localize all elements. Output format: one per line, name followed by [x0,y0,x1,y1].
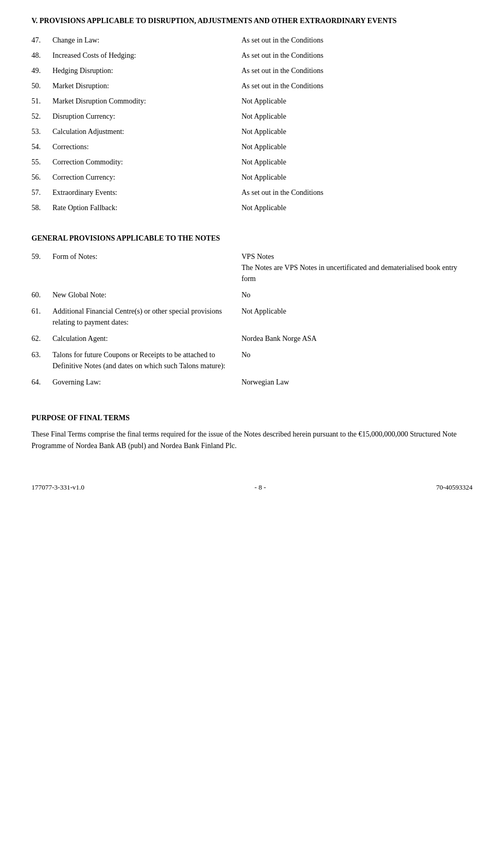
section-v-header: V. PROVISIONS APPLICABLE TO DISRUPTION, … [32,16,472,26]
gp-number-64: 64. [32,377,52,388]
footer-right: 70-40593324 [436,483,472,492]
gp-value-60: No [242,289,472,300]
gp-value-62: Nordea Bank Norge ASA [242,333,472,344]
provision-row-58: 58. Rate Option Fallback: Not Applicable [32,202,472,213]
provision-number-50: 50. [32,80,52,91]
provision-row-55: 55. Correction Commodity: Not Applicable [32,157,472,168]
general-provisions-section: 59. Form of Notes: VPS Notes The Notes a… [32,251,472,388]
provision-row-56: 56. Correction Currency: Not Applicable [32,172,472,183]
provision-label-47: Change in Law: [52,35,242,46]
gp-label-59: Form of Notes: [52,251,242,284]
provision-value-51: Not Applicable [242,96,472,107]
provision-label-53: Calculation Adjustment: [52,126,242,137]
purpose-text: These Final Terms comprise the final ter… [32,429,472,452]
purpose-header: PURPOSE OF FINAL TERMS [32,414,472,422]
gp-row-61: 61. Additional Financial Centre(s) or ot… [32,306,472,328]
provision-number-47: 47. [32,35,52,46]
provision-row-52: 52. Disruption Currency: Not Applicable [32,111,472,122]
gp-label-60: New Global Note: [52,289,242,300]
footer-center: - 8 - [255,483,266,492]
provision-label-57: Extraordinary Events: [52,187,242,198]
provision-value-52: Not Applicable [242,111,472,122]
footer-left: 177077-3-331-v1.0 [32,483,85,492]
page-footer: 177077-3-331-v1.0 - 8 - 70-40593324 [32,483,472,492]
provision-value-56: Not Applicable [242,172,472,183]
provision-row-48: 48. Increased Costs of Hedging: As set o… [32,50,472,61]
provision-row-54: 54. Corrections: Not Applicable [32,141,472,152]
provision-label-56: Correction Currency: [52,172,242,183]
provision-row-49: 49. Hedging Disruption: As set out in th… [32,65,472,76]
gp-number-63: 63. [32,349,52,371]
provision-value-54: Not Applicable [242,141,472,152]
provision-number-55: 55. [32,157,52,168]
general-provisions-header: GENERAL PROVISIONS APPLICABLE TO THE NOT… [32,234,472,243]
provision-label-48: Increased Costs of Hedging: [52,50,242,61]
provision-number-52: 52. [32,111,52,122]
provision-row-51: 51. Market Disruption Commodity: Not App… [32,96,472,107]
provision-number-48: 48. [32,50,52,61]
provision-label-51: Market Disruption Commodity: [52,96,242,107]
provision-number-49: 49. [32,65,52,76]
provision-number-56: 56. [32,172,52,183]
gp-label-64: Governing Law: [52,377,242,388]
provision-row-53: 53. Calculation Adjustment: Not Applicab… [32,126,472,137]
provision-row-57: 57. Extraordinary Events: As set out in … [32,187,472,198]
provision-label-50: Market Disruption: [52,80,242,91]
gp-row-63: 63. Talons for future Coupons or Receipt… [32,349,472,371]
provision-number-51: 51. [32,96,52,107]
provision-value-47: As set out in the Conditions [242,35,472,46]
gp-value-59-primary: VPS Notes [242,253,274,261]
gp-row-62: 62. Calculation Agent: Nordea Bank Norge… [32,333,472,344]
provision-value-48: As set out in the Conditions [242,50,472,61]
provision-value-49: As set out in the Conditions [242,65,472,76]
provision-value-55: Not Applicable [242,157,472,168]
provision-number-53: 53. [32,126,52,137]
provision-number-58: 58. [32,202,52,213]
gp-value-59: VPS Notes The Notes are VPS Notes in unc… [242,251,472,284]
gp-label-61: Additional Financial Centre(s) or other … [52,306,242,328]
provision-label-55: Correction Commodity: [52,157,242,168]
gp-row-60: 60. New Global Note: No [32,289,472,300]
provision-row-47: 47. Change in Law: As set out in the Con… [32,35,472,46]
provision-number-54: 54. [32,141,52,152]
provision-label-54: Corrections: [52,141,242,152]
gp-label-62: Calculation Agent: [52,333,242,344]
gp-value-64: Norwegian Law [242,377,472,388]
provision-number-57: 57. [32,187,52,198]
gp-row-64: 64. Governing Law: Norwegian Law [32,377,472,388]
gp-number-60: 60. [32,289,52,300]
gp-value-61: Not Applicable [242,306,472,328]
provision-row-50: 50. Market Disruption: As set out in the… [32,80,472,91]
provision-value-57: As set out in the Conditions [242,187,472,198]
gp-number-59: 59. [32,251,52,284]
section-v-provisions: 47. Change in Law: As set out in the Con… [32,35,472,213]
provision-value-53: Not Applicable [242,126,472,137]
gp-number-62: 62. [32,333,52,344]
purpose-section: PURPOSE OF FINAL TERMS These Final Terms… [32,414,472,452]
provision-value-50: As set out in the Conditions [242,80,472,91]
provision-label-58: Rate Option Fallback: [52,202,242,213]
gp-label-63: Talons for future Coupons or Receipts to… [52,349,242,371]
gp-value-63: No [242,349,472,371]
provision-value-58: Not Applicable [242,202,472,213]
gp-number-61: 61. [32,306,52,328]
provision-label-49: Hedging Disruption: [52,65,242,76]
gp-row-59: 59. Form of Notes: VPS Notes The Notes a… [32,251,472,284]
gp-value-59-secondary: The Notes are VPS Notes in uncertificate… [242,264,457,283]
provision-label-52: Disruption Currency: [52,111,242,122]
